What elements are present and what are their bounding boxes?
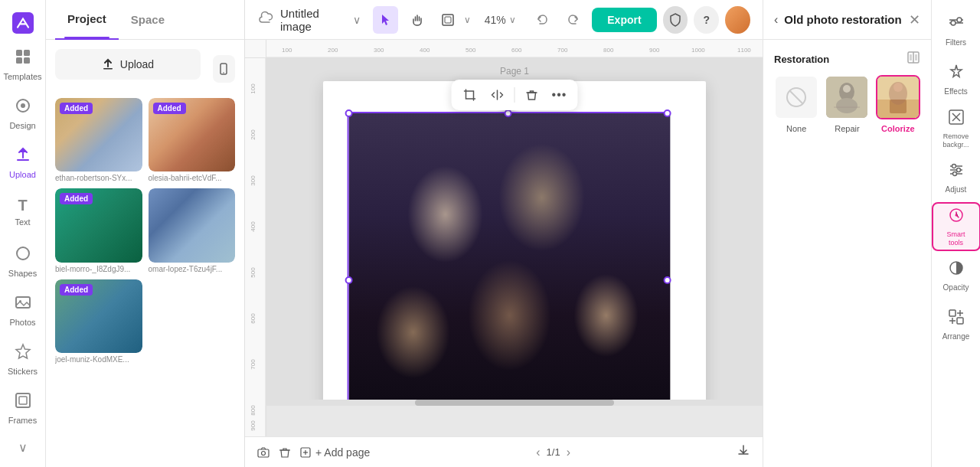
image-card-3[interactable]: Added xyxy=(55,188,142,262)
hand-tool-button[interactable] xyxy=(404,6,430,34)
adjust-icon xyxy=(948,162,965,182)
horizontal-scrollbar[interactable] xyxy=(266,400,763,406)
toolbar-divider-1 xyxy=(514,87,515,103)
image-card-5[interactable]: Added xyxy=(55,279,142,353)
svg-text:900: 900 xyxy=(649,47,660,54)
restoration-option-repair[interactable]: Repair xyxy=(825,75,869,133)
canvas-image-container[interactable] xyxy=(348,112,669,406)
svg-rect-41 xyxy=(258,449,269,457)
right-panel-remove-bg[interactable]: Removebackgr... xyxy=(932,104,981,153)
tab-space[interactable]: Space xyxy=(119,0,177,40)
upload-button[interactable]: Upload xyxy=(55,49,201,80)
right-panel-opacity[interactable]: Opacity xyxy=(932,251,981,300)
photos-icon xyxy=(15,294,31,315)
restoration-option-none[interactable]: None xyxy=(774,75,818,133)
trash-page-icon xyxy=(279,446,291,459)
svg-rect-12 xyxy=(19,397,27,404)
frame-chevron-icon[interactable]: ∨ xyxy=(464,15,471,25)
svg-text:800: 800 xyxy=(603,47,614,54)
svg-rect-7 xyxy=(17,159,29,161)
colorize-illustration xyxy=(877,77,919,118)
flip-button[interactable] xyxy=(485,83,510,107)
redo-button[interactable] xyxy=(560,6,586,34)
selection-handle-middle-right[interactable] xyxy=(664,276,671,284)
avatar[interactable] xyxy=(725,6,750,34)
cloud-save-button[interactable] xyxy=(257,9,274,30)
selection-handle-middle-left[interactable] xyxy=(345,276,353,284)
svg-point-55 xyxy=(836,98,858,113)
delete-element-button[interactable] xyxy=(520,83,544,107)
frame-tool-button[interactable] xyxy=(436,6,461,34)
camera-button[interactable] xyxy=(257,446,270,459)
compare-icon[interactable] xyxy=(906,51,920,67)
shield-icon xyxy=(668,12,683,28)
arrange-label: Arrange xyxy=(942,332,970,341)
add-page-button[interactable]: + Add page xyxy=(300,446,370,459)
sidebar-item-frames[interactable]: Frames xyxy=(0,384,46,433)
back-button[interactable]: ‹ xyxy=(774,13,778,27)
title-dropdown-icon[interactable]: ∨ xyxy=(353,14,361,26)
tab-project[interactable]: Project xyxy=(55,0,119,40)
svg-rect-11 xyxy=(16,394,30,407)
image-card-1[interactable]: Added xyxy=(55,98,142,171)
svg-rect-2 xyxy=(24,50,30,56)
right-panel-arrange[interactable]: Arrange xyxy=(932,300,981,349)
colorize-label: Colorize xyxy=(881,124,914,133)
crop-button[interactable] xyxy=(458,83,482,107)
right-panel-filters[interactable]: Filters xyxy=(932,6,981,55)
selection-handle-top-middle[interactable] xyxy=(505,109,512,117)
image-card-4[interactable] xyxy=(149,188,236,262)
delete-page-button[interactable] xyxy=(279,446,291,459)
select-tool-button[interactable] xyxy=(373,6,398,34)
restoration-option-colorize[interactable]: Colorize xyxy=(876,75,920,133)
images-grid: Added ethan-robertson-SYx... Added olesi… xyxy=(55,98,235,364)
sidebar-item-shapes[interactable]: Shapes xyxy=(0,237,46,286)
selection-handle-top-right[interactable] xyxy=(664,109,671,117)
more-options-button[interactable]: ••• xyxy=(547,83,572,107)
close-restoration-button[interactable]: ✕ xyxy=(909,11,920,28)
more-icon: ••• xyxy=(552,88,567,102)
right-panel-effects[interactable]: Effects xyxy=(932,55,981,104)
mobile-view-button[interactable] xyxy=(213,55,235,83)
download-button[interactable] xyxy=(737,443,750,461)
right-panel-adjust[interactable]: Adjust xyxy=(932,153,981,202)
svg-point-61 xyxy=(893,83,903,92)
zoom-control[interactable]: 41% ∨ xyxy=(477,11,524,29)
image-card-2[interactable]: Added xyxy=(149,98,236,171)
redo-icon xyxy=(567,13,580,27)
help-button[interactable]: ? xyxy=(694,6,719,34)
sidebar-item-templates[interactable]: Templates xyxy=(0,40,46,89)
svg-rect-81 xyxy=(949,310,956,316)
right-panel-smart-tools[interactable]: Smarttools xyxy=(932,202,981,251)
sidebar-item-upload[interactable]: Upload xyxy=(0,139,46,188)
export-button[interactable]: Export xyxy=(592,8,656,32)
scrollbar-thumb[interactable] xyxy=(415,400,613,406)
sidebar-item-photos[interactable]: Photos xyxy=(0,286,46,335)
frame-tool-icon xyxy=(441,13,455,27)
svg-point-75 xyxy=(952,165,956,168)
next-page-button[interactable]: › xyxy=(567,446,570,459)
crop-icon xyxy=(463,88,477,102)
sidebar-item-stickers[interactable]: Stickers xyxy=(0,335,46,384)
sidebar-item-design[interactable]: Design xyxy=(0,89,46,138)
restoration-section-label: Restoration xyxy=(774,51,920,67)
prev-page-button[interactable]: ‹ xyxy=(536,446,540,459)
stickers-icon xyxy=(15,343,31,364)
sidebar-collapse-btn[interactable]: ∨ xyxy=(0,433,46,461)
shield-button[interactable] xyxy=(663,6,688,34)
smart-tools-icon xyxy=(948,207,965,227)
selection-handle-top-left[interactable] xyxy=(345,109,353,117)
upload-icon xyxy=(15,146,31,167)
opacity-icon xyxy=(948,260,965,280)
upload-btn-icon xyxy=(102,58,114,70)
trash-icon xyxy=(526,89,538,101)
people-photo xyxy=(349,113,671,406)
zoom-chevron-icon: ∨ xyxy=(509,15,516,25)
app-logo[interactable] xyxy=(0,6,46,40)
bottom-bar: + Add page ‹ 1/1 › xyxy=(245,436,763,467)
sidebar-item-text[interactable]: T Text xyxy=(0,188,46,237)
undo-button[interactable] xyxy=(530,6,555,34)
image-label-1: ethan-robertson-SYx... xyxy=(55,174,142,182)
none-preview-content xyxy=(776,77,817,118)
svg-text:400: 400 xyxy=(250,221,256,232)
